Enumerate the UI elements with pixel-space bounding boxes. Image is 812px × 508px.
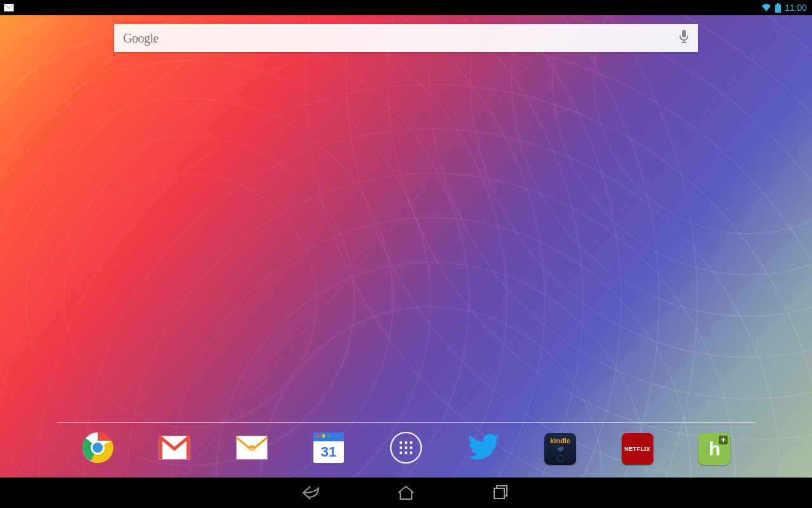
svg-rect-32 (494, 488, 504, 498)
google-search-widget[interactable]: Google (114, 24, 698, 52)
app-email[interactable]: @ (234, 431, 270, 467)
app-gmail[interactable] (157, 431, 192, 467)
home-icon (396, 485, 416, 501)
app-chrome[interactable] (80, 431, 115, 467)
app-hulu-plus[interactable]: h + (697, 431, 732, 467)
svg-rect-2 (775, 4, 781, 13)
svg-point-22 (400, 441, 402, 444)
twitter-icon (467, 434, 500, 464)
svg-point-28 (400, 451, 402, 454)
svg-text:31: 31 (321, 444, 336, 460)
svg-rect-11 (187, 436, 190, 459)
android-home-screen: 11:00 Google (0, 0, 812, 508)
gmail-notification-icon (4, 4, 14, 11)
svg-point-31 (558, 455, 564, 462)
hulu-plus-icon: h + (698, 433, 730, 465)
battery-icon (775, 3, 781, 13)
svg-rect-1 (777, 3, 779, 4)
kindle-icon: kindle (544, 433, 576, 465)
svg-point-24 (410, 441, 412, 444)
svg-point-27 (410, 446, 412, 449)
dock: @ 31 kin (0, 427, 812, 471)
svg-point-23 (405, 441, 407, 444)
svg-point-26 (405, 446, 407, 449)
svg-point-30 (410, 451, 412, 454)
back-icon (301, 485, 320, 501)
app-netflix[interactable]: NETFLIX (620, 431, 655, 467)
svg-point-29 (405, 451, 407, 454)
svg-rect-3 (682, 30, 686, 37)
svg-point-25 (400, 446, 402, 449)
svg-rect-10 (159, 436, 162, 459)
calendar-icon: 31 (313, 432, 344, 465)
gmail-icon (158, 435, 191, 463)
wallpaper[interactable] (0, 15, 812, 478)
status-bar[interactable]: 11:00 (0, 0, 812, 15)
netflix-icon: NETFLIX (622, 433, 653, 465)
navigation-bar (0, 478, 812, 508)
app-calendar[interactable]: 31 (311, 431, 346, 467)
app-drawer-icon (390, 431, 422, 467)
wifi-icon (761, 3, 771, 12)
svg-rect-19 (327, 434, 330, 438)
email-icon: @ (235, 435, 268, 463)
svg-point-8 (93, 443, 103, 453)
back-button[interactable] (298, 480, 324, 505)
status-clock: 11:00 (785, 3, 807, 13)
svg-rect-17 (317, 434, 320, 438)
svg-rect-18 (322, 434, 325, 438)
chrome-icon (82, 432, 114, 466)
home-button[interactable] (393, 480, 419, 505)
voice-search-icon[interactable] (679, 30, 689, 46)
google-logo: Google (123, 31, 159, 46)
dock-separator (57, 422, 755, 423)
svg-text:@: @ (249, 446, 254, 452)
app-drawer-button[interactable] (388, 431, 424, 467)
recent-apps-icon (493, 485, 509, 501)
app-twitter[interactable] (466, 431, 501, 467)
app-kindle[interactable]: kindle (542, 431, 578, 467)
recent-apps-button[interactable] (488, 480, 514, 505)
